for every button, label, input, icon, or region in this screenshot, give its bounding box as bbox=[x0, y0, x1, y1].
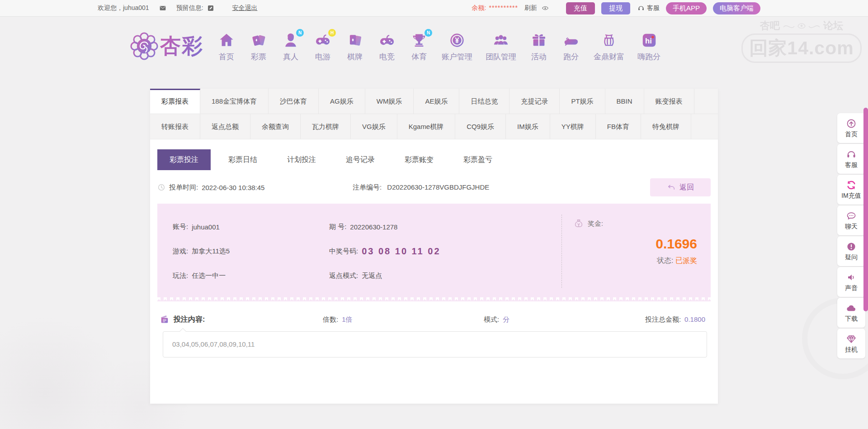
edit-icon[interactable] bbox=[207, 5, 214, 12]
tab-item[interactable]: IM娱乐 bbox=[506, 114, 550, 139]
sidebar-item[interactable]: 聊天 bbox=[837, 205, 865, 235]
pc-client-button[interactable]: 电脑客户端 bbox=[713, 2, 760, 14]
nav-item[interactable]: H 电游 bbox=[313, 31, 332, 62]
back-button[interactable]: 返回 bbox=[650, 178, 711, 196]
nav-label: 电游 bbox=[315, 52, 330, 62]
mail-icon[interactable] bbox=[159, 5, 166, 12]
main-nav: 首页 彩票 N 真人 bbox=[217, 31, 660, 62]
nav-badge: N bbox=[296, 29, 304, 37]
tab-item[interactable]: 日结总览 bbox=[459, 89, 509, 114]
question-icon bbox=[846, 241, 857, 252]
nav-label: 嗨跑分 bbox=[637, 52, 660, 62]
nav-item[interactable]: 电竞 bbox=[377, 31, 396, 62]
status-label: 状态: bbox=[657, 257, 673, 264]
tab-item[interactable]: BBIN bbox=[605, 89, 644, 114]
eye-icon[interactable] bbox=[541, 5, 550, 12]
tab-item[interactable]: WM娱乐 bbox=[365, 89, 414, 114]
multiple-value: 1倍 bbox=[342, 315, 352, 323]
tab-item[interactable]: 特兔棋牌 bbox=[641, 114, 691, 139]
nav-item[interactable]: 跑分 bbox=[561, 31, 580, 62]
logout-link[interactable]: 安全退出 bbox=[232, 4, 258, 12]
tab-item[interactable]: 转账报表 bbox=[150, 114, 200, 139]
sidebar-item[interactable]: 下载 bbox=[837, 298, 865, 328]
tab-item[interactable]: 返点总额 bbox=[200, 114, 250, 139]
tab-item[interactable]: Kgame棋牌 bbox=[397, 114, 456, 139]
welcome-text: 欢迎您，juhua001 bbox=[98, 4, 149, 12]
money-bag-icon bbox=[573, 218, 585, 229]
nav-item[interactable]: ¥ 账户管理 bbox=[442, 31, 472, 62]
tab-item[interactable]: 瓦力棋牌 bbox=[301, 114, 351, 139]
nav-item[interactable]: 彩票 bbox=[249, 31, 268, 62]
sidebar-item[interactable]: 客服 bbox=[837, 144, 865, 174]
scrollbar-thumb[interactable] bbox=[863, 108, 868, 311]
sidebar-item[interactable]: IM充值 bbox=[837, 175, 865, 205]
tab-item[interactable]: 彩票报表 bbox=[150, 89, 200, 114]
subtab-item[interactable]: 计划投注 bbox=[275, 149, 328, 170]
sidebar-label: 首页 bbox=[845, 130, 858, 138]
tab-item[interactable]: CQ9娱乐 bbox=[455, 114, 506, 139]
win-numbers-label: 中奖号码: bbox=[329, 247, 358, 256]
nav-item[interactable]: 棋牌 bbox=[345, 31, 364, 62]
tab-item[interactable]: 188金宝博体育 bbox=[200, 89, 269, 114]
customer-service-label: 客服 bbox=[647, 4, 660, 12]
nav-item[interactable]: 团队管理 bbox=[486, 31, 516, 62]
total-amount-value: 0.1800 bbox=[684, 315, 705, 323]
nav-item[interactable]: 首页 bbox=[217, 31, 236, 62]
nav-badge: N bbox=[425, 29, 432, 37]
tab-item[interactable]: 账变报表 bbox=[644, 89, 694, 114]
tab-item[interactable]: 余额查询 bbox=[250, 114, 301, 139]
sidebar-item[interactable]: 挂机 bbox=[837, 329, 865, 358]
site-logo[interactable]: 杏彩 bbox=[130, 32, 203, 60]
back-arrow-icon bbox=[667, 183, 676, 192]
nav-label: 首页 bbox=[219, 52, 234, 62]
tab-item[interactable]: FB体育 bbox=[596, 114, 641, 139]
nav-item[interactable]: 金鼎财富 bbox=[594, 31, 624, 62]
logo-flower-icon bbox=[130, 32, 158, 60]
refresh-link[interactable]: 刷新 bbox=[524, 4, 537, 12]
customer-service-link[interactable]: 客服 bbox=[637, 4, 660, 12]
sidebar-item[interactable]: 疑问 bbox=[837, 236, 865, 266]
nav-item[interactable]: 活动 bbox=[529, 31, 548, 62]
sidebar-item[interactable]: 首页 bbox=[837, 113, 865, 143]
svg-text:¥: ¥ bbox=[455, 37, 459, 44]
subtab-item[interactable]: 彩票账变 bbox=[392, 149, 446, 170]
tab-item[interactable]: 充提记录 bbox=[509, 89, 560, 114]
mobile-app-button[interactable]: 手机APP bbox=[666, 2, 707, 14]
bet-content-label: 投注内容: bbox=[174, 315, 205, 324]
tab-item[interactable]: VG娱乐 bbox=[351, 114, 397, 139]
nav-label: 跑分 bbox=[563, 52, 579, 62]
withdraw-button[interactable]: 提现 bbox=[601, 2, 630, 14]
sidebar-label: 聊天 bbox=[845, 223, 858, 231]
service-icon bbox=[846, 149, 857, 160]
tab-item[interactable]: AE娱乐 bbox=[414, 89, 459, 114]
cards-icon bbox=[346, 32, 363, 49]
decorative-blob bbox=[0, 316, 122, 429]
sidebar-item[interactable]: 声音 bbox=[837, 267, 865, 297]
esports-icon bbox=[378, 32, 396, 49]
back-label: 返回 bbox=[679, 183, 694, 192]
download-icon bbox=[846, 303, 857, 314]
nav-label: 活动 bbox=[531, 52, 547, 62]
page: 欢迎您，juhua001 预留信息: 安全退出 余额:********** 刷新… bbox=[0, 0, 868, 429]
issue-value: 20220630-1278 bbox=[350, 223, 397, 231]
nav-badge: H bbox=[328, 29, 336, 37]
nav-label: 棋牌 bbox=[347, 52, 363, 62]
nav-label: 彩票 bbox=[251, 52, 266, 62]
nav-item[interactable]: hi 嗨跑分 bbox=[637, 31, 660, 62]
tab-item[interactable]: AG娱乐 bbox=[319, 89, 365, 114]
nav-item[interactable]: N 真人 bbox=[281, 31, 300, 62]
tab-item[interactable]: YY棋牌 bbox=[550, 114, 596, 139]
subtab-item[interactable]: 彩票投注 bbox=[157, 149, 211, 170]
subtab-item[interactable]: 彩票日结 bbox=[216, 149, 269, 170]
tab-item[interactable]: 沙巴体育 bbox=[269, 89, 319, 114]
subtab-item[interactable]: 追号记录 bbox=[334, 149, 387, 170]
nav-item[interactable]: N 体育 bbox=[410, 31, 429, 62]
svg-text:hi: hi bbox=[645, 37, 652, 45]
nav-label: 电竞 bbox=[379, 52, 395, 62]
tab-item[interactable]: PT娱乐 bbox=[560, 89, 605, 114]
prize-value: 0.1696 bbox=[573, 236, 697, 252]
hi-icon: hi bbox=[641, 32, 658, 49]
subtab-item[interactable]: 彩票盈亏 bbox=[451, 149, 505, 170]
recharge-button[interactable]: 充值 bbox=[566, 2, 595, 14]
lottery-icon bbox=[250, 32, 267, 49]
